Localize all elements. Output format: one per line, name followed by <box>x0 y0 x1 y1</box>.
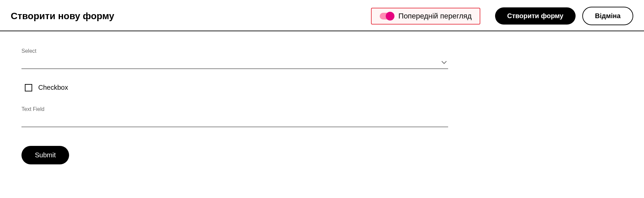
cancel-button[interactable]: Відміна <box>582 7 633 25</box>
select-label: Select <box>21 48 448 54</box>
select-field: Select <box>21 48 448 69</box>
submit-button[interactable]: Submit <box>21 146 69 164</box>
textfield-label: Text Field <box>21 106 448 112</box>
header-bar: Створити нову форму Попередній перегляд … <box>0 0 644 31</box>
preview-toggle[interactable] <box>380 13 393 19</box>
textfield-field: Text Field <box>21 106 448 127</box>
chevron-down-icon <box>441 60 447 66</box>
preview-toggle-box: Попередній перегляд <box>371 8 480 25</box>
preview-label: Попередній перегляд <box>398 12 472 21</box>
form-preview-area: Select Checkbox Text Field Submit <box>0 31 470 181</box>
textfield-input[interactable] <box>21 114 448 127</box>
select-input[interactable] <box>21 56 448 69</box>
toggle-knob <box>386 12 394 21</box>
checkbox-field: Checkbox <box>21 81 448 94</box>
checkbox-row: Checkbox <box>21 81 448 94</box>
create-form-button[interactable]: Створити форму <box>495 7 576 25</box>
checkbox-input[interactable] <box>25 84 32 91</box>
checkbox-label: Checkbox <box>38 84 68 91</box>
page-title: Створити нову форму <box>11 11 371 22</box>
